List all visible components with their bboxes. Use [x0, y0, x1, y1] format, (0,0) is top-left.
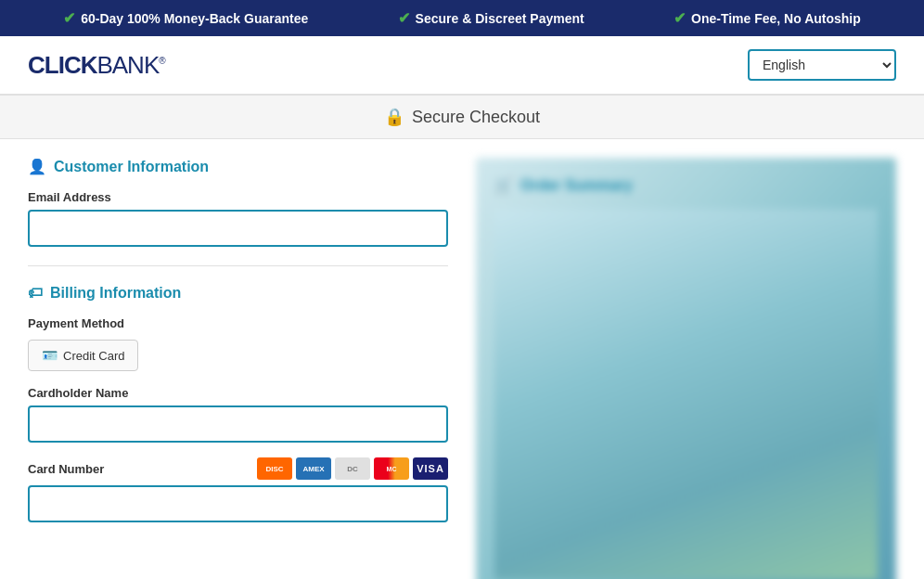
email-form-group: Email Address: [28, 190, 448, 247]
order-summary-content: [494, 209, 878, 579]
right-column: 🛒 Order Summary: [476, 158, 896, 579]
customer-information-header: 👤 Customer Information: [28, 158, 448, 175]
order-summary-header: 🛒 Order Summary: [494, 176, 878, 194]
left-column: 👤 Customer Information Email Address 🏷 B…: [28, 158, 448, 579]
diners-card-icon: DC: [335, 457, 370, 480]
logo-light: BANK: [96, 51, 159, 79]
card-number-label: Card Number: [28, 462, 104, 476]
checkmark-icon-payment: ✔: [398, 9, 410, 27]
banner-item-payment: ✔ Secure & Discreet Payment: [398, 9, 584, 27]
secure-checkout-bar: 🔒 Secure Checkout: [0, 95, 924, 139]
checkmark-icon-guarantee: ✔: [63, 9, 75, 27]
banner-text-guarantee: 60-Day 100% Money-Back Guarantee: [81, 11, 308, 26]
credit-card-button-label: Credit Card: [63, 349, 124, 363]
billing-icon: 🏷: [28, 285, 43, 302]
cardholder-name-label: Cardholder Name: [28, 386, 448, 400]
banner-item-fee: ✔ One-Time Fee, No Autoship: [674, 9, 861, 27]
logo-bold: CLICK: [28, 51, 96, 79]
cardholder-name-input[interactable]: [28, 405, 448, 443]
card-number-group: Card Number DISC AMEX DC MC VISA: [28, 457, 448, 522]
customer-information-title: Customer Information: [54, 159, 209, 175]
banner-item-guarantee: ✔ 60-Day 100% Money-Back Guarantee: [63, 9, 308, 27]
customer-icon: 👤: [28, 158, 46, 175]
order-summary-section: 🛒 Order Summary: [476, 158, 896, 579]
card-icons-row: DISC AMEX DC MC VISA: [257, 457, 448, 480]
banner-text-payment: Secure & Discreet Payment: [416, 11, 584, 26]
credit-card-button[interactable]: 🪪 Credit Card: [28, 340, 138, 371]
card-number-row: Card Number DISC AMEX DC MC VISA: [28, 457, 448, 480]
top-banner: ✔ 60-Day 100% Money-Back Guarantee ✔ Sec…: [0, 0, 924, 36]
logo: CLICKBANK®: [28, 51, 165, 80]
discover-card-icon: DISC: [257, 457, 292, 480]
cart-icon: 🛒: [494, 176, 513, 194]
billing-divider: [28, 265, 448, 266]
order-summary-title: Order Summary: [520, 177, 633, 194]
logo-trademark: ®: [159, 56, 164, 66]
amex-card-icon: AMEX: [296, 457, 331, 480]
billing-information-title: Billing Information: [50, 285, 181, 302]
payment-method-group: Payment Method 🪪 Credit Card: [28, 316, 448, 371]
card-number-input[interactable]: [28, 485, 448, 522]
header: CLICKBANK® English Spanish French German…: [0, 36, 924, 95]
cardholder-name-group: Cardholder Name: [28, 386, 448, 443]
email-label: Email Address: [28, 190, 448, 204]
billing-information-header: 🏷 Billing Information: [28, 285, 448, 302]
credit-card-icon: 🪪: [42, 348, 58, 363]
checkmark-icon-fee: ✔: [674, 9, 686, 27]
visa-card-icon: VISA: [413, 457, 448, 480]
lock-icon: 🔒: [384, 107, 404, 127]
main-content: 👤 Customer Information Email Address 🏷 B…: [0, 139, 924, 579]
mastercard-card-icon: MC: [374, 457, 409, 480]
payment-method-label: Payment Method: [28, 316, 448, 330]
email-input[interactable]: [28, 210, 448, 247]
secure-checkout-label: Secure Checkout: [412, 108, 540, 127]
banner-text-fee: One-Time Fee, No Autoship: [691, 11, 861, 26]
language-select[interactable]: English Spanish French German Portuguese: [748, 49, 896, 81]
